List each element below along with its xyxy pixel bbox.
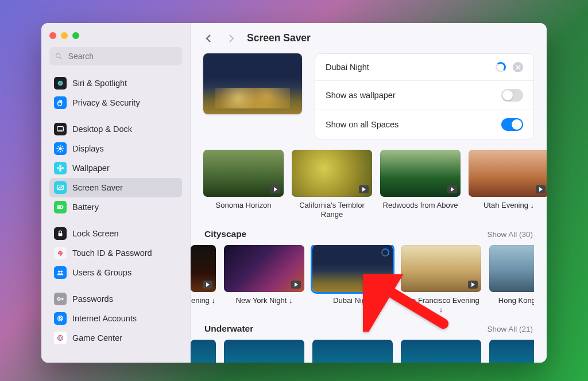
thumbnail-image: [489, 245, 534, 292]
section-row[interactable]: [191, 340, 534, 363]
screensaver-thumbnail[interactable]: ening ↓: [191, 245, 216, 315]
flower-icon: [54, 162, 67, 174]
screensaver-thumbnail[interactable]: [191, 340, 216, 363]
sidebar-item-internet-accounts[interactable]: Internet Accounts: [49, 309, 182, 328]
sidebar-item-passwords[interactable]: Passwords: [49, 289, 182, 309]
window-controls: [49, 32, 182, 39]
sidebar-item-screen-saver[interactable]: Screen Saver: [49, 178, 182, 197]
screensaver-thumbnail[interactable]: Hong Kong Harbor: [489, 245, 534, 315]
thumbnail-image: [401, 340, 481, 363]
search-icon: [55, 52, 63, 60]
thumbnail-label: Sonoma Horizon: [203, 201, 284, 210]
sidebar-item-label: Battery: [72, 203, 99, 212]
screensaver-thumbnail[interactable]: Redwoods from Above: [380, 150, 461, 220]
zoom-window-button[interactable]: [72, 32, 79, 39]
sidebar-item-privacy-security[interactable]: Privacy & Security: [49, 93, 182, 112]
sidebar-item-label: Screen Saver: [72, 183, 123, 192]
forward-button[interactable]: [225, 33, 237, 44]
thumbnail-image: [312, 245, 393, 292]
play-icon: [270, 185, 280, 193]
sun-icon: [54, 142, 67, 155]
play-icon: [536, 185, 546, 193]
current-screensaver-name: Dubai Night: [326, 63, 369, 72]
screensaver-thumbnail[interactable]: California's Temblor Range: [292, 150, 372, 220]
section-row[interactable]: ening ↓New York Night ↓Dubai NightSan Fr…: [191, 245, 534, 315]
play-icon: [447, 185, 457, 193]
svg-point-24: [58, 271, 60, 273]
show-on-all-spaces-row: Show on all Spaces: [315, 110, 533, 139]
screensaver-thumbnail[interactable]: Utah Evening ↓: [469, 150, 547, 220]
sidebar-item-displays[interactable]: Displays: [49, 139, 182, 158]
hand-icon: [54, 96, 67, 109]
sidebar-item-game-center[interactable]: Game Center: [49, 328, 182, 348]
back-button[interactable]: [203, 33, 215, 44]
screensaver-thumbnail[interactable]: [401, 340, 481, 363]
close-window-button[interactable]: [49, 32, 56, 39]
show-on-all-spaces-label: Show on all Spaces: [326, 120, 399, 129]
screensaver-thumbnail[interactable]: Dubai Night: [312, 245, 393, 315]
svg-line-12: [58, 150, 59, 151]
key-icon: [54, 293, 67, 305]
sidebar-item-label: Privacy & Security: [72, 98, 140, 107]
thumbnail-download-icon: [381, 248, 389, 256]
svg-point-14: [59, 167, 61, 169]
screensaver-icon: [54, 181, 67, 194]
thumbnail-image: [401, 245, 481, 292]
sidebar: Siri & SpotlightPrivacy & SecurityDeskto…: [41, 23, 191, 363]
minimize-window-button[interactable]: [61, 32, 68, 39]
sidebar-item-siri-spotlight[interactable]: Siri & Spotlight: [49, 73, 182, 93]
search-field[interactable]: [49, 47, 182, 65]
section-title: Cityscape: [204, 229, 246, 239]
sidebar-item-label: Internet Accounts: [72, 314, 137, 323]
screensaver-thumbnail[interactable]: Sonoma Horizon: [203, 150, 284, 220]
sidebar-item-label: Game Center: [72, 333, 122, 343]
page-title: Screen Saver: [247, 32, 311, 44]
sidebar-item-wallpaper[interactable]: Wallpaper: [49, 158, 182, 178]
svg-point-15: [60, 165, 61, 167]
game-icon: [54, 332, 67, 344]
show-on-all-spaces-toggle[interactable]: [501, 118, 523, 131]
show-all-button[interactable]: Show All (21): [487, 325, 533, 333]
thumbnail-label: San Francisco Evening ↓: [401, 296, 481, 315]
screensaver-thumbnail[interactable]: [312, 340, 393, 363]
fingerprint-icon: [54, 247, 67, 259]
svg-point-16: [60, 170, 61, 172]
sidebar-item-desktop-dock[interactable]: Desktop & Dock: [49, 119, 182, 139]
screensaver-catalog[interactable]: Sonoma HorizonCalifornia's Temblor Range…: [191, 150, 547, 363]
thumbnail-image: [224, 245, 304, 292]
lock-icon: [54, 227, 67, 240]
svg-line-10: [58, 146, 59, 147]
users-icon: [54, 266, 67, 279]
sidebar-item-label: Siri & Spotlight: [72, 79, 127, 88]
show-as-wallpaper-toggle[interactable]: [501, 89, 523, 102]
screensaver-thumbnail[interactable]: New York Night ↓: [224, 245, 304, 315]
section-title: Underwater: [204, 324, 253, 334]
show-as-wallpaper-row: Show as wallpaper: [315, 80, 533, 110]
sidebar-item-label: Desktop & Dock: [72, 125, 132, 134]
play-icon: [468, 281, 478, 289]
system-settings-window: Siri & SpotlightPrivacy & SecurityDeskto…: [41, 23, 547, 363]
thumbnail-label: California's Temblor Range: [292, 201, 372, 220]
sidebar-item-lock-screen[interactable]: Lock Screen: [49, 224, 182, 243]
search-input[interactable]: [67, 51, 176, 61]
svg-point-18: [62, 168, 64, 169]
svg-rect-21: [63, 207, 63, 208]
screensaver-thumbnail[interactable]: [224, 340, 304, 363]
at-icon: [54, 312, 67, 325]
cancel-download-button[interactable]: [513, 62, 523, 72]
svg-point-28: [58, 336, 63, 341]
thumbnail-label: Hong Kong Harbor: [489, 296, 534, 305]
sidebar-item-touch-id-password[interactable]: Touch ID & Password: [49, 243, 182, 263]
thumbnail-image: [312, 340, 393, 363]
screensaver-thumbnail[interactable]: [489, 340, 534, 363]
thumbnail-image: [224, 340, 304, 363]
screensaver-thumbnail[interactable]: San Francisco Evening ↓: [401, 245, 481, 315]
show-all-button[interactable]: Show All (30): [487, 230, 533, 239]
sidebar-item-battery[interactable]: Battery: [49, 197, 182, 217]
sidebar-item-users-groups[interactable]: Users & Groups: [49, 263, 182, 282]
svg-rect-22: [58, 206, 61, 208]
svg-point-2: [58, 81, 63, 86]
download-progress-icon: [496, 62, 506, 72]
sidebar-item-label: Passwords: [72, 294, 113, 304]
thumbnail-image: [203, 150, 284, 197]
